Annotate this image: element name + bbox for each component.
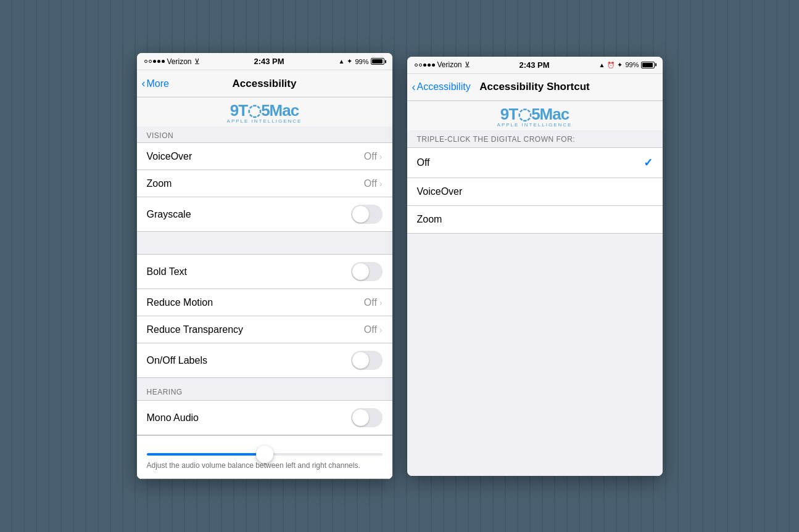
bluetooth-icon: ✦ — [347, 57, 352, 65]
audio-balance-track — [147, 453, 383, 456]
right-battery-percent: 99% — [625, 61, 639, 68]
reduce-motion-value: Off — [364, 297, 377, 308]
zoom-chevron-icon: › — [379, 179, 383, 189]
right-back-button[interactable]: ‹ Accessibility — [412, 81, 471, 94]
reduce-transparency-chevron-icon: › — [379, 325, 383, 335]
rdot2 — [419, 63, 422, 67]
right-settings-content: TRIPLE-CLICK THE DIGITAL CROWN FOR: Off … — [407, 130, 663, 476]
reduce-transparency-label: Reduce Transparency — [147, 324, 244, 335]
onoff-labels-row[interactable]: On/Off Labels — [137, 343, 392, 377]
grayscale-toggle[interactable] — [351, 205, 383, 224]
time-label: 2:43 PM — [254, 57, 284, 66]
battery-percent: 99% — [355, 58, 368, 65]
reduce-motion-right: Off › — [364, 297, 383, 308]
voiceover-value: Off — [364, 151, 377, 162]
signal-dots — [144, 60, 165, 63]
dot2 — [149, 60, 152, 63]
audio-balance-fill — [147, 453, 265, 456]
reduce-motion-row[interactable]: Reduce Motion Off › — [137, 289, 392, 316]
reduce-motion-label: Reduce Motion — [147, 297, 213, 308]
carrier-label: Verizon — [167, 57, 192, 66]
section-gap-1 — [137, 232, 392, 254]
shortcut-off-label: Off — [417, 157, 430, 168]
voiceover-label: VoiceOver — [147, 151, 193, 162]
back-button[interactable]: ‹ More — [142, 77, 169, 90]
left-nav-bar: ‹ More Accessibility — [137, 70, 392, 97]
status-right: ▲ ✦ 99% — [339, 57, 385, 65]
right-status-right: ▲ ⏰ ✦ 99% — [599, 61, 655, 69]
nav-title: Accessibility — [233, 78, 297, 90]
vision-group: VoiceOver Off › Zoom Off › Grayscale — [137, 142, 392, 232]
mono-audio-toggle-thumb — [352, 409, 369, 426]
shortcut-zoom-row[interactable]: Zoom — [407, 206, 663, 233]
voiceover-right: Off › — [364, 151, 383, 162]
right-carrier-label: Verizon — [437, 60, 462, 69]
wifi-icon: ⊻ — [194, 57, 200, 66]
zoom-label: Zoom — [147, 178, 172, 189]
mono-audio-row[interactable]: Mono Audio — [137, 401, 392, 435]
section-gap-2: HEARING — [137, 378, 392, 400]
right-nav-bar: ‹ Accessibility Accessibility Shortcut — [407, 74, 663, 101]
right-bluetooth-icon: ✦ — [617, 61, 623, 69]
shortcut-voiceover-label: VoiceOver — [417, 186, 463, 197]
reduce-motion-chevron-icon: › — [379, 298, 383, 308]
voiceover-chevron-icon: › — [379, 152, 383, 162]
status-left: Verizon ⊻ — [144, 57, 200, 66]
right-status-bar: Verizon ⊻ 2:43 PM ▲ ⏰ ✦ 99% — [407, 57, 663, 74]
battery-icon — [371, 58, 384, 65]
mono-audio-label: Mono Audio — [147, 412, 199, 424]
reduce-transparency-row[interactable]: Reduce Transparency Off › — [137, 316, 392, 343]
right-brand-logo: 9T◌5Mac — [500, 106, 569, 122]
shortcut-voiceover-row[interactable]: VoiceOver — [407, 178, 663, 206]
right-status-left: Verizon ⊻ — [415, 60, 470, 69]
left-iphone: Verizon ⊻ 2:43 PM ▲ ✦ 99% ‹ More Accessi… — [137, 53, 392, 479]
right-back-chevron-icon: ‹ — [412, 81, 416, 94]
right-battery-fill — [642, 63, 652, 67]
right-back-label: Accessibility — [417, 81, 471, 92]
rdot3 — [423, 63, 426, 67]
bold-text-label: Bold Text — [147, 266, 188, 277]
bold-text-toggle[interactable] — [351, 262, 383, 281]
shortcut-off-row[interactable]: Off ✓ — [407, 148, 663, 178]
rdot1 — [415, 63, 418, 67]
bold-text-toggle-thumb — [352, 263, 369, 280]
empty-area — [407, 234, 663, 419]
right-signal-dots — [415, 63, 435, 67]
grayscale-toggle-thumb — [352, 206, 369, 223]
audio-balance-slider-container: Adjust the audio volume balance between … — [137, 435, 392, 478]
right-time-label: 2:43 PM — [519, 60, 549, 70]
watermark: 9T◌5Mac APPLE INTELLIGENCE — [137, 97, 392, 126]
onoff-labels-label: On/Off Labels — [147, 355, 207, 366]
shortcut-group: Off ✓ VoiceOver Zoom — [407, 147, 663, 234]
voiceover-row[interactable]: VoiceOver Off › — [137, 143, 392, 170]
shortcut-zoom-label: Zoom — [417, 214, 442, 225]
grayscale-label: Grayscale — [147, 209, 191, 220]
back-chevron-icon: ‹ — [142, 77, 146, 90]
vision-section-header: VISION — [137, 126, 392, 142]
right-location-icon: ▲ — [599, 62, 605, 68]
mono-audio-toggle[interactable] — [351, 408, 383, 427]
checkmark-icon: ✓ — [644, 156, 653, 170]
settings-content: VISION VoiceOver Off › Zoom Off › Graysc… — [137, 126, 392, 479]
right-iphone: Verizon ⊻ 2:43 PM ▲ ⏰ ✦ 99% ‹ Accessibil… — [407, 57, 663, 476]
hearing-group: Mono Audio Adjust the audio volume balan… — [137, 400, 392, 479]
zoom-row[interactable]: Zoom Off › — [137, 170, 392, 197]
location-icon: ▲ — [339, 58, 345, 65]
onoff-labels-toggle[interactable] — [351, 351, 383, 370]
grayscale-row[interactable]: Grayscale — [137, 197, 392, 231]
dot1 — [144, 60, 147, 63]
right-battery-icon — [641, 62, 655, 68]
audio-balance-thumb[interactable] — [256, 446, 273, 463]
dot5 — [162, 60, 165, 63]
onoff-labels-toggle-thumb — [352, 352, 369, 369]
left-status-bar: Verizon ⊻ 2:43 PM ▲ ✦ 99% — [137, 53, 392, 70]
dot4 — [157, 60, 160, 63]
zoom-right: Off › — [364, 178, 383, 189]
right-nav-title: Accessibility Shortcut — [479, 81, 590, 93]
right-brand-sub: APPLE INTELLIGENCE — [497, 122, 573, 128]
bold-text-row[interactable]: Bold Text — [137, 255, 392, 289]
brand-logo: 9T◌5Mac — [230, 102, 299, 118]
dot3 — [153, 60, 156, 63]
battery-fill — [372, 59, 382, 63]
rdot4 — [428, 63, 431, 67]
